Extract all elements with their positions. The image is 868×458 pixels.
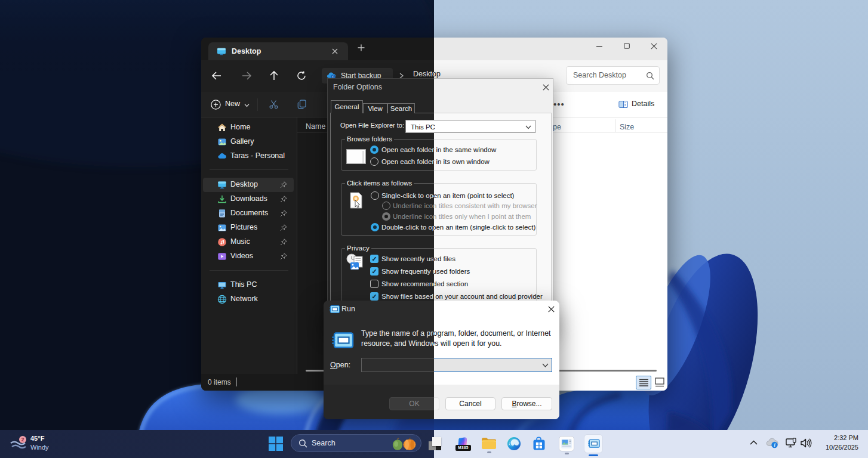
svg-text:2: 2 (21, 437, 24, 442)
